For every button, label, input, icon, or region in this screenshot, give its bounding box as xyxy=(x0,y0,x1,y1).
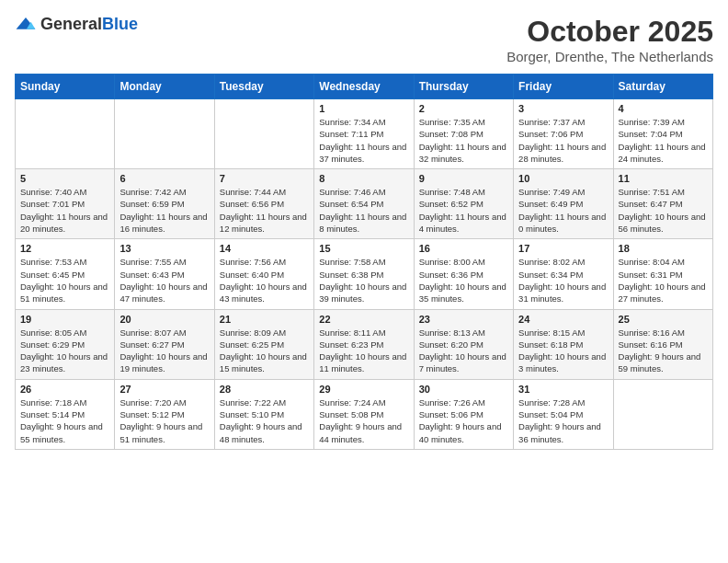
day-info: Sunrise: 7:48 AM Sunset: 6:52 PM Dayligh… xyxy=(419,186,508,235)
day-info: Sunrise: 7:39 AM Sunset: 7:04 PM Dayligh… xyxy=(619,116,708,165)
day-number: 1 xyxy=(319,103,408,114)
day-number: 28 xyxy=(220,384,309,395)
day-number: 14 xyxy=(220,243,309,254)
day-number: 8 xyxy=(319,173,408,184)
calendar-table: SundayMondayTuesdayWednesdayThursdayFrid… xyxy=(15,74,713,450)
weekday-header: Friday xyxy=(514,75,613,99)
day-number: 3 xyxy=(518,103,608,114)
day-number: 13 xyxy=(119,243,209,254)
day-info: Sunrise: 7:34 AM Sunset: 7:11 PM Dayligh… xyxy=(319,116,408,165)
calendar-cell: 5Sunrise: 7:40 AM Sunset: 7:01 PM Daylig… xyxy=(16,169,115,239)
day-info: Sunrise: 7:46 AM Sunset: 6:54 PM Dayligh… xyxy=(319,186,408,235)
weekday-header: Saturday xyxy=(613,75,712,99)
day-info: Sunrise: 7:55 AM Sunset: 6:43 PM Dayligh… xyxy=(119,256,209,304)
calendar-cell: 4Sunrise: 7:39 AM Sunset: 7:04 PM Daylig… xyxy=(613,99,712,169)
day-number: 27 xyxy=(119,384,209,395)
month-title: October 2025 xyxy=(506,15,713,49)
day-info: Sunrise: 8:04 AM Sunset: 6:31 PM Dayligh… xyxy=(619,256,708,304)
calendar-cell: 6Sunrise: 7:42 AM Sunset: 6:59 PM Daylig… xyxy=(115,169,214,239)
location-title: Borger, Drenthe, The Netherlands xyxy=(506,49,713,64)
weekday-header-row: SundayMondayTuesdayWednesdayThursdayFrid… xyxy=(16,75,713,99)
day-info: Sunrise: 7:56 AM Sunset: 6:40 PM Dayligh… xyxy=(220,256,309,304)
day-info: Sunrise: 8:13 AM Sunset: 6:20 PM Dayligh… xyxy=(419,327,508,375)
day-number: 5 xyxy=(20,173,109,184)
weekday-header: Tuesday xyxy=(214,75,313,99)
calendar-cell: 14Sunrise: 7:56 AM Sunset: 6:40 PM Dayli… xyxy=(214,239,313,309)
calendar-week-row: 12Sunrise: 7:53 AM Sunset: 6:45 PM Dayli… xyxy=(16,239,713,309)
page-header: GeneralBlue October 2025 Borger, Drenthe… xyxy=(15,15,713,64)
calendar-cell xyxy=(16,99,115,169)
calendar-cell: 10Sunrise: 7:49 AM Sunset: 6:49 PM Dayli… xyxy=(514,169,613,239)
day-info: Sunrise: 8:16 AM Sunset: 6:16 PM Dayligh… xyxy=(619,327,708,375)
weekday-header: Sunday xyxy=(16,75,115,99)
calendar-cell: 29Sunrise: 7:24 AM Sunset: 5:08 PM Dayli… xyxy=(314,379,414,449)
calendar-cell: 7Sunrise: 7:44 AM Sunset: 6:56 PM Daylig… xyxy=(214,169,313,239)
calendar-week-row: 19Sunrise: 8:05 AM Sunset: 6:29 PM Dayli… xyxy=(16,309,713,379)
calendar-cell: 26Sunrise: 7:18 AM Sunset: 5:14 PM Dayli… xyxy=(16,379,115,449)
calendar-cell: 12Sunrise: 7:53 AM Sunset: 6:45 PM Dayli… xyxy=(16,239,115,309)
calendar-cell: 13Sunrise: 7:55 AM Sunset: 6:43 PM Dayli… xyxy=(115,239,214,309)
calendar-cell: 3Sunrise: 7:37 AM Sunset: 7:06 PM Daylig… xyxy=(514,99,613,169)
calendar-cell: 20Sunrise: 8:07 AM Sunset: 6:27 PM Dayli… xyxy=(115,309,214,379)
calendar-cell: 2Sunrise: 7:35 AM Sunset: 7:08 PM Daylig… xyxy=(414,99,513,169)
day-number: 10 xyxy=(518,173,608,184)
day-info: Sunrise: 7:49 AM Sunset: 6:49 PM Dayligh… xyxy=(518,186,608,235)
day-number: 11 xyxy=(619,173,708,184)
day-info: Sunrise: 8:05 AM Sunset: 6:29 PM Dayligh… xyxy=(20,327,109,375)
day-number: 16 xyxy=(419,243,508,254)
calendar-cell xyxy=(115,99,214,169)
day-info: Sunrise: 7:22 AM Sunset: 5:10 PM Dayligh… xyxy=(220,396,309,445)
day-number: 25 xyxy=(619,314,708,325)
calendar-week-row: 5Sunrise: 7:40 AM Sunset: 7:01 PM Daylig… xyxy=(16,169,713,239)
calendar-cell: 24Sunrise: 8:15 AM Sunset: 6:18 PM Dayli… xyxy=(514,309,613,379)
day-number: 21 xyxy=(220,314,309,325)
calendar-cell: 25Sunrise: 8:16 AM Sunset: 6:16 PM Dayli… xyxy=(613,309,712,379)
day-info: Sunrise: 7:35 AM Sunset: 7:08 PM Dayligh… xyxy=(419,116,508,165)
day-number: 30 xyxy=(419,384,508,395)
day-number: 6 xyxy=(119,173,209,184)
calendar-cell: 8Sunrise: 7:46 AM Sunset: 6:54 PM Daylig… xyxy=(314,169,414,239)
day-number: 2 xyxy=(419,103,508,114)
logo-general-text: General xyxy=(40,15,102,33)
day-info: Sunrise: 7:20 AM Sunset: 5:12 PM Dayligh… xyxy=(119,396,209,445)
calendar-cell: 16Sunrise: 8:00 AM Sunset: 6:36 PM Dayli… xyxy=(414,239,513,309)
calendar-cell: 11Sunrise: 7:51 AM Sunset: 6:47 PM Dayli… xyxy=(613,169,712,239)
logo: GeneralBlue xyxy=(15,15,138,34)
calendar-cell xyxy=(214,99,313,169)
day-number: 22 xyxy=(319,314,408,325)
day-info: Sunrise: 7:42 AM Sunset: 6:59 PM Dayligh… xyxy=(119,186,209,235)
day-number: 24 xyxy=(518,314,608,325)
day-number: 18 xyxy=(619,243,708,254)
day-number: 9 xyxy=(419,173,508,184)
calendar-cell: 31Sunrise: 7:28 AM Sunset: 5:04 PM Dayli… xyxy=(514,379,613,449)
calendar-cell: 30Sunrise: 7:26 AM Sunset: 5:06 PM Dayli… xyxy=(414,379,513,449)
day-number: 23 xyxy=(419,314,508,325)
calendar-cell: 9Sunrise: 7:48 AM Sunset: 6:52 PM Daylig… xyxy=(414,169,513,239)
day-info: Sunrise: 8:11 AM Sunset: 6:23 PM Dayligh… xyxy=(319,327,408,375)
day-info: Sunrise: 7:51 AM Sunset: 6:47 PM Dayligh… xyxy=(619,186,708,235)
weekday-header: Wednesday xyxy=(314,75,414,99)
calendar-cell: 28Sunrise: 7:22 AM Sunset: 5:10 PM Dayli… xyxy=(214,379,313,449)
logo-icon xyxy=(15,16,37,34)
calendar-cell: 17Sunrise: 8:02 AM Sunset: 6:34 PM Dayli… xyxy=(514,239,613,309)
calendar-week-row: 26Sunrise: 7:18 AM Sunset: 5:14 PM Dayli… xyxy=(16,379,713,449)
day-number: 29 xyxy=(319,384,408,395)
day-number: 15 xyxy=(319,243,408,254)
day-info: Sunrise: 7:28 AM Sunset: 5:04 PM Dayligh… xyxy=(518,396,608,445)
calendar-cell xyxy=(613,379,712,449)
day-info: Sunrise: 7:40 AM Sunset: 7:01 PM Dayligh… xyxy=(20,186,109,235)
day-number: 26 xyxy=(20,384,109,395)
day-info: Sunrise: 7:26 AM Sunset: 5:06 PM Dayligh… xyxy=(419,396,508,445)
calendar-cell: 18Sunrise: 8:04 AM Sunset: 6:31 PM Dayli… xyxy=(613,239,712,309)
calendar-cell: 1Sunrise: 7:34 AM Sunset: 7:11 PM Daylig… xyxy=(314,99,414,169)
day-info: Sunrise: 7:18 AM Sunset: 5:14 PM Dayligh… xyxy=(20,396,109,445)
day-number: 7 xyxy=(220,173,309,184)
day-info: Sunrise: 7:24 AM Sunset: 5:08 PM Dayligh… xyxy=(319,396,408,445)
day-info: Sunrise: 7:58 AM Sunset: 6:38 PM Dayligh… xyxy=(319,256,408,304)
day-info: Sunrise: 7:44 AM Sunset: 6:56 PM Dayligh… xyxy=(220,186,309,235)
day-number: 4 xyxy=(619,103,708,114)
day-number: 12 xyxy=(20,243,109,254)
day-number: 19 xyxy=(20,314,109,325)
day-info: Sunrise: 8:07 AM Sunset: 6:27 PM Dayligh… xyxy=(119,327,209,375)
logo-blue-text: Blue xyxy=(102,15,138,33)
